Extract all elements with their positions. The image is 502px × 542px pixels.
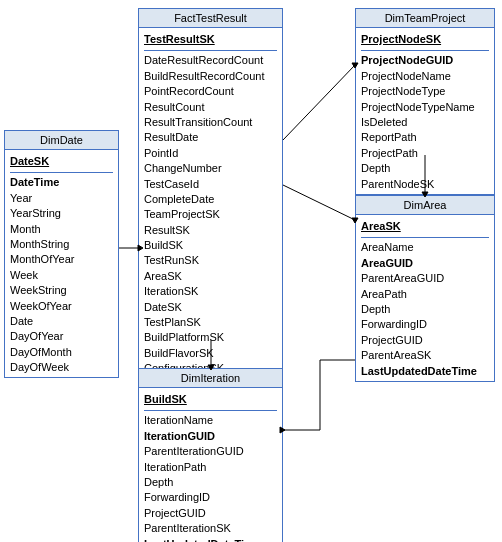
facttestresult-title: FactTestResult: [139, 9, 282, 28]
fact-f10: CompleteDate: [144, 192, 277, 207]
dimarea-title: DimArea: [356, 196, 494, 215]
fact-f6: ResultDate: [144, 130, 277, 145]
fact-f14: TestRunSK: [144, 253, 277, 268]
dimarea-entity: DimArea AreaSK AreaName AreaGUID ParentA…: [355, 195, 495, 382]
facttestresult-pk: TestResultSK: [144, 32, 277, 47]
di-f4: IterationPath: [144, 460, 277, 475]
dimdate-dayofyear: DayOfYear: [10, 329, 113, 344]
fact-f15: AreaSK: [144, 269, 277, 284]
da-f5: Depth: [361, 302, 489, 317]
dimdate-yearstring: YearString: [10, 206, 113, 221]
dimdate-title: DimDate: [5, 131, 118, 150]
dimiteration-pk: BuildSK: [144, 392, 277, 407]
da-f4: AreaPath: [361, 287, 489, 302]
dimdate-entity: DimDate DateSK DateTime Year YearString …: [4, 130, 119, 378]
fact-f7: PointId: [144, 146, 277, 161]
fact-f1: DateResultRecordCount: [144, 53, 277, 68]
dimdate-month: Month: [10, 222, 113, 237]
di-f5: Depth: [144, 475, 277, 490]
fact-f8: ChangeNumber: [144, 161, 277, 176]
dtp-f4: ProjectNodeTypeName: [361, 100, 489, 115]
dimdate-weekofyear: WeekOfYear: [10, 299, 113, 314]
svg-line-4: [283, 185, 355, 220]
dtp-f8: Depth: [361, 161, 489, 176]
dimdate-pk: DateSK: [10, 154, 113, 169]
dimdate-monthstring: MonthString: [10, 237, 113, 252]
dtp-f2: ProjectNodeName: [361, 69, 489, 84]
svg-line-2: [283, 65, 355, 140]
dtp-f1: ProjectNodeGUID: [361, 53, 489, 68]
dimdate-date: Date: [10, 314, 113, 329]
dimarea-pk: AreaSK: [361, 219, 489, 234]
fact-f16: IterationSK: [144, 284, 277, 299]
dimdate-monthofyear: MonthOfYear: [10, 252, 113, 267]
di-f3: ParentIterationGUID: [144, 444, 277, 459]
da-f8: ParentAreaSK: [361, 348, 489, 363]
fact-f11: TeamProjectSK: [144, 207, 277, 222]
di-f6: ForwardingID: [144, 490, 277, 505]
dimiteration-title: DimIteration: [139, 369, 282, 388]
di-f1: IterationName: [144, 413, 277, 428]
dtp-f7: ProjectPath: [361, 146, 489, 161]
fact-f2: BuildResultRecordCount: [144, 69, 277, 84]
dimteamproject-pk: ProjectNodeSK: [361, 32, 489, 47]
da-f2: AreaGUID: [361, 256, 489, 271]
fact-f5: ResultTransitionCount: [144, 115, 277, 130]
dimdate-datetime: DateTime: [10, 175, 113, 190]
dtp-f9: ParentNodeSK: [361, 177, 489, 192]
dimiteration-entity: DimIteration BuildSK IterationName Itera…: [138, 368, 283, 542]
fact-f3: PointRecordCount: [144, 84, 277, 99]
dtp-f5: IsDeleted: [361, 115, 489, 130]
fact-f19: BuildPlatformSK: [144, 330, 277, 345]
dtp-f6: ReportPath: [361, 130, 489, 145]
dimdate-week: Week: [10, 268, 113, 283]
facttestresult-entity: FactTestResult TestResultSK DateResultRe…: [138, 8, 283, 410]
dimdate-dayofmonth: DayOfMonth: [10, 345, 113, 360]
dtp-f3: ProjectNodeType: [361, 84, 489, 99]
dimteamproject-title: DimTeamProject: [356, 9, 494, 28]
da-f3: ParentAreaGUID: [361, 271, 489, 286]
dimdate-dayofweek: DayOfWeek: [10, 360, 113, 375]
di-f9: LastUpdatedDateTime: [144, 537, 277, 542]
dimteamproject-entity: DimTeamProject ProjectNodeSK ProjectNode…: [355, 8, 495, 195]
fact-f20: BuildFlavorSK: [144, 346, 277, 361]
fact-f4: ResultCount: [144, 100, 277, 115]
dimdate-year: Year: [10, 191, 113, 206]
da-f9: LastUpdatedDateTime: [361, 364, 489, 379]
fact-f9: TestCaseId: [144, 177, 277, 192]
fact-f18: TestPlanSK: [144, 315, 277, 330]
fact-f13: BuildSK: [144, 238, 277, 253]
da-f6: ForwardingID: [361, 317, 489, 332]
dimdate-weekstring: WeekString: [10, 283, 113, 298]
di-f8: ParentIterationSK: [144, 521, 277, 536]
di-f2: IterationGUID: [144, 429, 277, 444]
di-f7: ProjectGUID: [144, 506, 277, 521]
da-f7: ProjectGUID: [361, 333, 489, 348]
fact-f12: ResultSK: [144, 223, 277, 238]
da-f1: AreaName: [361, 240, 489, 255]
fact-f17: DateSK: [144, 300, 277, 315]
